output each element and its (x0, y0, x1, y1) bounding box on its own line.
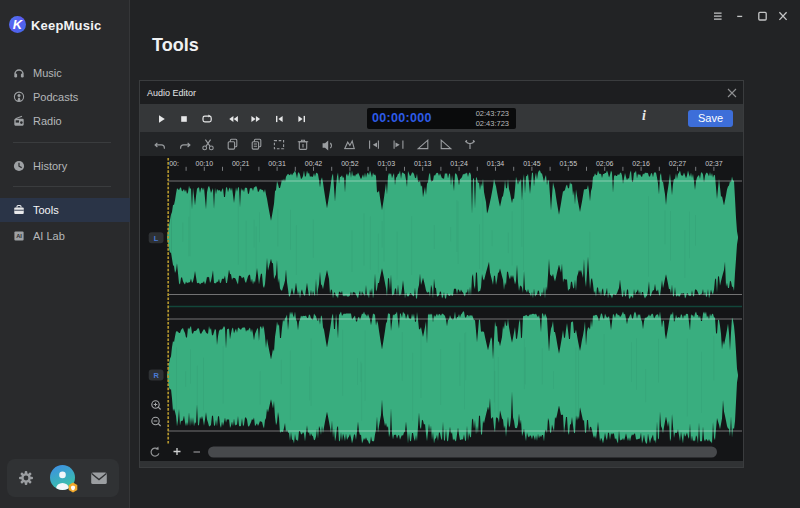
svg-text:00:: 00: (169, 160, 179, 167)
svg-text:01:34: 01:34 (487, 160, 505, 167)
svg-text:00:52: 00:52 (341, 160, 359, 167)
svg-text:R: R (153, 371, 159, 380)
svg-text:00:10: 00:10 (196, 160, 214, 167)
svg-text:02:16: 02:16 (632, 160, 650, 167)
svg-text:01:24: 01:24 (450, 160, 468, 167)
svg-text:01:03: 01:03 (378, 160, 396, 167)
svg-text:00:21: 00:21 (232, 160, 250, 167)
svg-text:AI: AI (16, 233, 22, 239)
svg-text:02:37: 02:37 (705, 160, 723, 167)
svg-text:01:13: 01:13 (414, 160, 432, 167)
svg-text:01:55: 01:55 (560, 160, 578, 167)
svg-text:02:27: 02:27 (669, 160, 687, 167)
svg-text:00:31: 00:31 (268, 160, 286, 167)
svg-text:L: L (154, 234, 159, 243)
svg-text:01:45: 01:45 (523, 160, 541, 167)
svg-text:00:42: 00:42 (305, 160, 323, 167)
svg-text:02:06: 02:06 (596, 160, 614, 167)
